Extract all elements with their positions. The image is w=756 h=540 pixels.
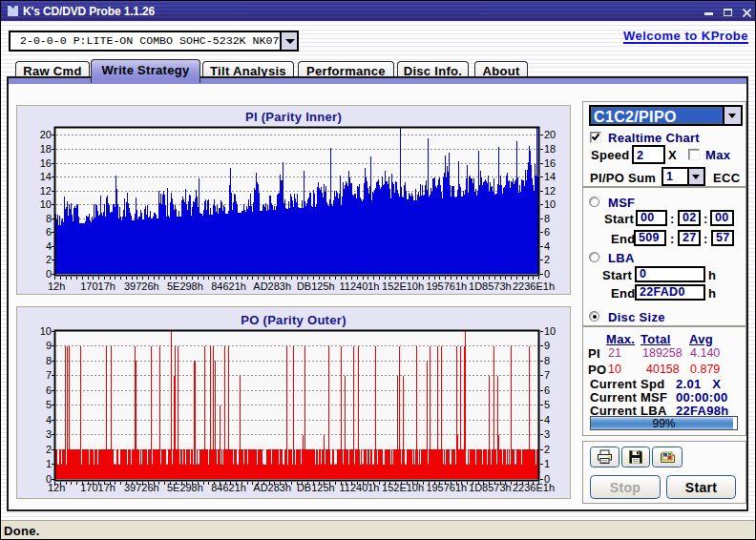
svg-text:DB125h: DB125h bbox=[297, 482, 335, 493]
svg-text:1: 1 bbox=[544, 458, 550, 469]
svg-text:8: 8 bbox=[544, 213, 550, 224]
svg-text:12: 12 bbox=[40, 185, 52, 197]
svg-text:DB125h: DB125h bbox=[297, 280, 335, 292]
svg-text:18: 18 bbox=[40, 143, 52, 155]
svg-text:152E10h: 152E10h bbox=[382, 482, 424, 493]
svg-text:12: 12 bbox=[544, 185, 556, 197]
svg-text:3: 3 bbox=[46, 428, 52, 440]
svg-text:112401h: 112401h bbox=[339, 482, 379, 493]
svg-text:16: 16 bbox=[544, 157, 556, 169]
svg-text:10: 10 bbox=[40, 325, 52, 337]
svg-text:0: 0 bbox=[46, 268, 52, 280]
svg-text:112401h: 112401h bbox=[339, 280, 379, 292]
svg-text:8: 8 bbox=[544, 355, 550, 366]
svg-text:1D8573h: 1D8573h bbox=[469, 482, 512, 493]
svg-text:1D8573h: 1D8573h bbox=[469, 280, 512, 292]
svg-text:2236E1h: 2236E1h bbox=[513, 280, 555, 292]
svg-text:12h: 12h bbox=[48, 280, 65, 292]
svg-text:4: 4 bbox=[46, 414, 52, 426]
svg-text:6: 6 bbox=[46, 226, 52, 238]
svg-text:195761h: 195761h bbox=[426, 482, 467, 493]
svg-text:4: 4 bbox=[46, 240, 52, 252]
svg-text:20: 20 bbox=[544, 129, 556, 140]
svg-text:2236E1h: 2236E1h bbox=[513, 482, 555, 493]
svg-text:17017h: 17017h bbox=[80, 482, 116, 493]
svg-text:18: 18 bbox=[544, 143, 556, 155]
svg-text:10: 10 bbox=[544, 325, 556, 337]
svg-text:10: 10 bbox=[544, 198, 556, 210]
svg-text:1: 1 bbox=[46, 458, 52, 469]
svg-text:8: 8 bbox=[46, 355, 52, 366]
svg-text:2: 2 bbox=[46, 444, 52, 455]
svg-text:5: 5 bbox=[46, 399, 52, 410]
svg-text:2: 2 bbox=[544, 254, 550, 265]
svg-text:2: 2 bbox=[46, 254, 52, 265]
svg-text:9: 9 bbox=[46, 340, 52, 351]
svg-text:5E298h: 5E298h bbox=[167, 280, 203, 292]
svg-text:39726h: 39726h bbox=[124, 482, 159, 493]
svg-text:14: 14 bbox=[544, 171, 556, 182]
svg-text:0: 0 bbox=[544, 268, 550, 280]
svg-text:4: 4 bbox=[544, 414, 550, 426]
svg-text:6: 6 bbox=[46, 384, 52, 396]
svg-text:2: 2 bbox=[544, 444, 550, 455]
svg-text:12h: 12h bbox=[48, 482, 65, 493]
svg-text:84621h: 84621h bbox=[211, 280, 246, 292]
svg-text:3: 3 bbox=[544, 428, 550, 440]
svg-text:16: 16 bbox=[40, 157, 52, 169]
svg-text:5: 5 bbox=[544, 399, 550, 410]
svg-text:6: 6 bbox=[544, 226, 550, 238]
svg-text:20: 20 bbox=[40, 129, 52, 140]
svg-text:39726h: 39726h bbox=[124, 280, 159, 292]
svg-text:7: 7 bbox=[46, 369, 52, 381]
svg-text:7: 7 bbox=[544, 369, 550, 381]
svg-text:195761h: 195761h bbox=[426, 280, 467, 292]
svg-text:17017h: 17017h bbox=[80, 280, 116, 292]
svg-text:14: 14 bbox=[40, 171, 52, 182]
svg-text:9: 9 bbox=[544, 340, 550, 351]
svg-text:84621h: 84621h bbox=[211, 482, 246, 493]
svg-text:4: 4 bbox=[544, 240, 550, 252]
svg-text:AD283h: AD283h bbox=[253, 482, 291, 493]
svg-text:10: 10 bbox=[40, 198, 52, 210]
svg-text:152E10h: 152E10h bbox=[382, 280, 424, 292]
svg-text:5E298h: 5E298h bbox=[167, 482, 203, 493]
svg-text:8: 8 bbox=[46, 213, 52, 224]
svg-text:6: 6 bbox=[544, 384, 550, 396]
svg-text:AD283h: AD283h bbox=[253, 280, 291, 292]
